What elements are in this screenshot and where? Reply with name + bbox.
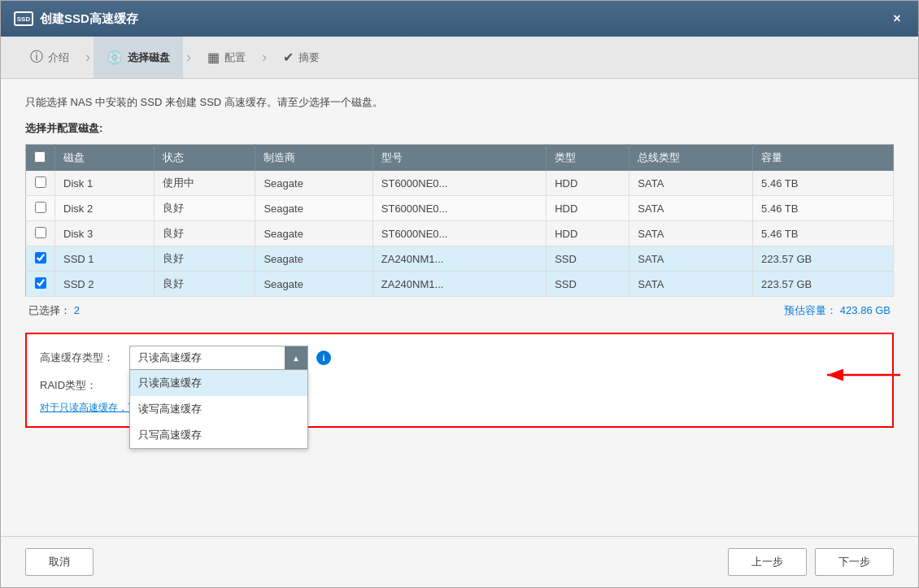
disk3-capacity: 5.46 TB [753,221,894,246]
dropdown-item-readonly[interactable]: 只读高速缓存 [130,370,307,396]
wizard-arrow-1: › [82,49,94,66]
disk3-vendor: Seagate [255,221,372,246]
main-content: 只能选择 NAS 中安装的 SSD 来创建 SSD 高速缓存。请至少选择一个磁盘… [1,79,918,536]
header-type: 类型 [547,145,629,172]
cache-type-label: 高速缓存类型： [40,351,121,365]
ssd1-checkbox[interactable] [35,252,46,264]
ssd2-type: SSD [547,272,629,297]
dropdown-current-value: 只读高速缓存 [138,351,202,365]
header-status: 状态 [154,145,255,172]
header-model: 型号 [372,145,546,172]
red-arrow-annotation [811,359,908,399]
row-checkbox-cell [26,272,55,297]
next-button[interactable]: 下一步 [815,548,894,576]
table-row: Disk 1 使用中 Seagate ST6000NE0... HDD SATA… [26,171,894,196]
disk1-checkbox[interactable] [35,176,46,188]
table-row: Disk 3 良好 Seagate ST6000NE0... HDD SATA … [26,221,894,246]
disk3-type: HDD [547,221,629,246]
disk3-status: 良好 [154,221,255,246]
dropdown-menu: 只读高速缓存 读写高速缓存 只写高速缓存 [129,370,308,449]
cache-type-dropdown[interactable]: 只读高速缓存 ▲ 只读高速缓存 读写高速缓存 只写高速缓存 [129,346,308,370]
cancel-button[interactable]: 取消 [25,548,94,576]
ssd1-model: ZA240NM1... [372,246,546,272]
disk2-name: Disk 2 [55,196,155,221]
ssd1-vendor: Seagate [255,246,372,272]
wizard-step-config[interactable]: ▦ 配置 [194,37,259,78]
config-section: 高速缓存类型： 只读高速缓存 ▲ 只读高速缓存 读写高速缓存 只写高速缓存 i … [25,333,894,428]
wizard-step-summary-label: 摘要 [298,50,320,65]
row-checkbox-cell [26,221,55,246]
intro-icon: ⓘ [30,49,43,66]
create-ssd-cache-dialog: SSD 创建SSD高速缓存 × ⓘ 介绍 › 💿 选择磁盘 › ▦ 配置 › ✔… [0,0,919,588]
disk1-status: 使用中 [154,171,255,196]
estimated-capacity: 预估容量： 423.86 GB [784,303,891,318]
ssd1-name: SSD 1 [55,246,155,272]
wizard-step-intro[interactable]: ⓘ 介绍 [17,37,82,78]
disk-table: 磁盘 状态 制造商 型号 类型 总线类型 容量 Disk 1 使用中 Seaga… [25,144,894,297]
dropdown-trigger[interactable]: 只读高速缓存 ▲ [129,346,308,370]
disk2-status: 良好 [154,196,255,221]
ssd2-capacity: 223.57 GB [753,272,894,297]
table-summary-row: 已选择： 2 预估容量： 423.86 GB [25,297,894,324]
ssd1-type: SSD [547,246,629,272]
title-bar: SSD 创建SSD高速缓存 × [1,1,918,37]
ssd2-status: 良好 [154,272,255,297]
wizard-step-config-label: 配置 [224,50,246,65]
prev-button[interactable]: 上一步 [728,548,807,576]
ssd-icon: SSD [14,11,33,26]
ssd1-status: 良好 [154,246,255,272]
ssd2-model: ZA240NM1... [372,272,546,297]
disk1-bus: SATA [629,171,753,196]
disk3-bus: SATA [629,221,753,246]
row-checkbox-cell [26,196,55,221]
summary-icon: ✔ [283,50,294,65]
disk-icon: 💿 [107,50,123,65]
info-icon[interactable]: i [316,351,331,365]
table-row: SSD 2 良好 Seagate ZA240NM1... SSD SATA 22… [26,272,894,297]
bottom-bar: 取消 上一步 下一步 [1,536,918,587]
row-checkbox-cell [26,171,55,196]
ssd1-bus: SATA [629,246,753,272]
table-row: Disk 2 良好 Seagate ST6000NE0... HDD SATA … [26,196,894,221]
row-checkbox-cell [26,246,55,272]
ssd2-vendor: Seagate [255,272,372,297]
capacity-value: 423.86 GB [840,304,891,316]
ssd2-bus: SATA [629,272,753,297]
disk1-model: ST6000NE0... [372,171,546,196]
dropdown-item-writeonly[interactable]: 只写高速缓存 [130,422,307,448]
ssd1-capacity: 223.57 GB [753,246,894,272]
selected-count-link[interactable]: 2 [74,304,80,316]
disk1-type: HDD [547,171,629,196]
ssd2-name: SSD 2 [55,272,155,297]
dialog-title: 创建SSD高速缓存 [40,11,138,27]
wizard-bar: ⓘ 介绍 › 💿 选择磁盘 › ▦ 配置 › ✔ 摘要 [1,37,918,79]
selected-count: 已选择： 2 [28,303,80,318]
dropdown-arrow-icon: ▲ [285,346,307,369]
dropdown-item-readwrite[interactable]: 读写高速缓存 [130,396,307,422]
disk2-checkbox[interactable] [35,202,46,213]
table-row: SSD 1 良好 Seagate ZA240NM1... SSD SATA 22… [26,246,894,272]
header-capacity: 容量 [753,145,894,172]
ssd2-checkbox[interactable] [35,277,46,289]
wizard-arrow-2: › [183,49,194,66]
config-icon: ▦ [207,50,220,65]
selected-label: 已选择： [28,304,71,316]
disk3-model: ST6000NE0... [372,221,546,246]
disk2-vendor: Seagate [255,196,372,221]
wizard-arrow-3: › [259,49,270,66]
select-all-checkbox[interactable] [34,151,46,163]
wizard-step-select-disk-label: 选择磁盘 [128,50,170,65]
header-disk: 磁盘 [55,145,155,172]
close-button[interactable]: × [889,11,905,27]
raid-type-label: RAID类型： [40,378,121,393]
disk3-checkbox[interactable] [35,227,46,238]
description-text: 只能选择 NAS 中安装的 SSD 来创建 SSD 高速缓存。请至少选择一个磁盘… [25,95,894,110]
cache-type-row: 高速缓存类型： 只读高速缓存 ▲ 只读高速缓存 读写高速缓存 只写高速缓存 i [40,346,879,370]
disk2-capacity: 5.46 TB [753,196,894,221]
header-vendor: 制造商 [255,145,372,172]
wizard-step-summary[interactable]: ✔ 摘要 [270,37,333,78]
disk1-capacity: 5.46 TB [753,171,894,196]
section-title: 选择并配置磁盘: [25,121,894,136]
wizard-step-select-disk[interactable]: 💿 选择磁盘 [94,37,183,78]
disk1-vendor: Seagate [255,171,372,196]
